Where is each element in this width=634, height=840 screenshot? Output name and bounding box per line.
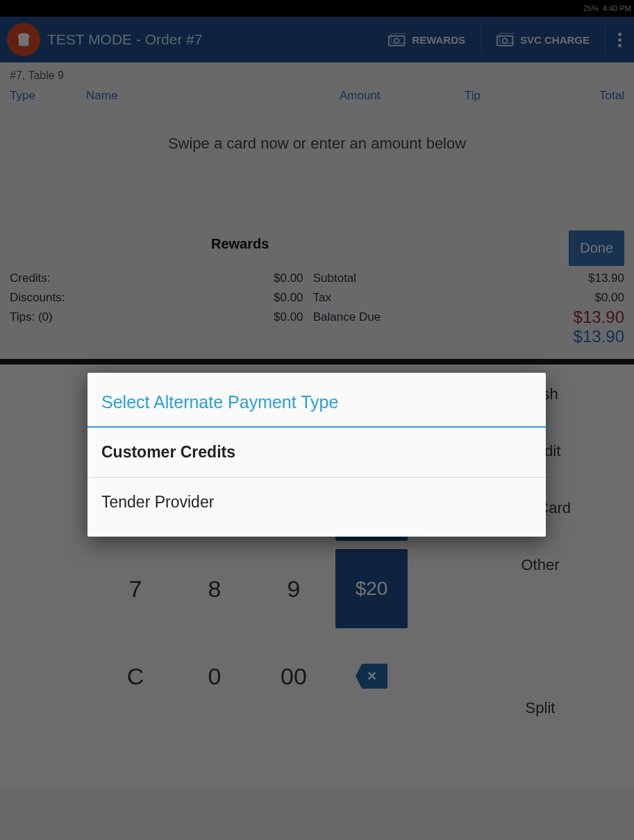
- dialog-item-tender-provider[interactable]: Tender Provider: [87, 478, 546, 537]
- dialog-title: Select Alternate Payment Type: [87, 373, 546, 426]
- alternate-payment-dialog: Select Alternate Payment Type Customer C…: [87, 373, 546, 537]
- dialog-item-customer-credits[interactable]: Customer Credits: [87, 428, 546, 478]
